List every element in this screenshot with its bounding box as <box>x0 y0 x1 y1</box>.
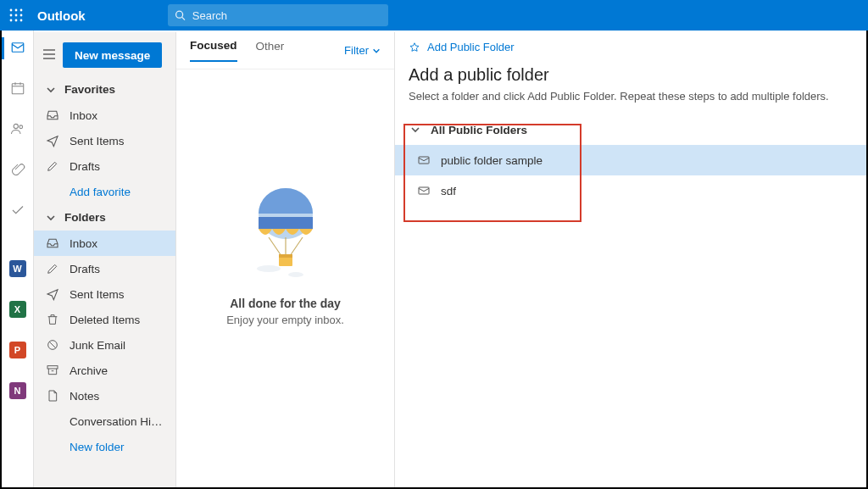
svg-line-22 <box>49 342 56 348</box>
message-list-pane: Focused Other Filter <box>176 32 395 487</box>
trash-icon <box>46 313 59 326</box>
svg-point-7 <box>15 19 18 22</box>
nav-label: Conversation Hist... <box>70 415 164 428</box>
fav-sent[interactable]: Sent Items <box>34 128 175 153</box>
rail-excel[interactable]: X <box>2 293 34 325</box>
nav-label: Inbox <box>70 109 97 122</box>
svg-point-5 <box>20 14 23 17</box>
mail-icon <box>417 184 431 197</box>
svg-point-1 <box>15 9 18 12</box>
message-tabs: Focused Other Filter <box>176 32 394 69</box>
tab-other[interactable]: Other <box>256 40 285 61</box>
tree-item-sdf[interactable]: sdf <box>395 175 866 206</box>
svg-point-8 <box>20 19 23 22</box>
svg-point-6 <box>10 19 13 22</box>
tree-root-label: All Public Folders <box>431 124 527 136</box>
brand-name: Outlook <box>32 8 168 23</box>
empty-headline: All done for the day <box>230 297 341 310</box>
calendar-icon <box>10 81 25 98</box>
search-box[interactable] <box>168 4 388 26</box>
folder-inbox[interactable]: Inbox <box>34 231 175 256</box>
note-icon <box>46 389 59 403</box>
svg-rect-11 <box>12 42 24 52</box>
favorites-section-toggle[interactable]: Favorites <box>34 76 175 103</box>
tree-item-label: public folder sample <box>441 154 542 167</box>
archive-icon <box>46 364 59 377</box>
star-outline-icon <box>409 42 420 53</box>
empty-state: All done for the day Enjoy your empty in… <box>176 69 394 487</box>
inbox-icon <box>46 236 59 250</box>
new-folder-link[interactable]: New folder <box>34 434 175 459</box>
inbox-icon <box>46 108 59 122</box>
folders-section-toggle[interactable]: Folders <box>34 204 175 231</box>
nav-label: Sent Items <box>70 288 125 301</box>
nav-label: Junk Email <box>70 339 125 352</box>
empty-subtext: Enjoy your empty inbox. <box>226 314 344 326</box>
rail-people[interactable] <box>2 114 34 146</box>
folder-archive[interactable]: Archive <box>34 358 175 383</box>
chevron-down-icon <box>410 125 420 135</box>
people-icon <box>10 121 25 139</box>
svg-point-4 <box>15 14 18 17</box>
tab-focused[interactable]: Focused <box>190 39 237 62</box>
rail-word[interactable]: W <box>2 253 34 285</box>
folder-drafts[interactable]: Drafts <box>34 256 175 281</box>
nav-label: Drafts <box>70 263 100 275</box>
folder-sent[interactable]: Sent Items <box>34 281 175 307</box>
word-icon: W <box>9 260 26 277</box>
balloon-illustration <box>243 180 328 281</box>
svg-rect-29 <box>279 254 292 258</box>
hamburger-icon[interactable] <box>42 47 56 64</box>
chevron-down-icon <box>46 85 56 95</box>
add-public-folder-link[interactable]: Add Public Folder <box>409 39 849 65</box>
rail-onenote[interactable]: N <box>2 375 34 407</box>
add-public-folder-panel: Add Public Folder Add a public folder Se… <box>395 32 866 487</box>
svg-rect-30 <box>419 157 429 164</box>
nav-label: Deleted Items <box>70 314 140 326</box>
check-icon <box>10 203 25 220</box>
nav-label: New folder <box>70 441 125 453</box>
sent-icon <box>46 134 59 147</box>
folder-notes[interactable]: Notes <box>34 383 175 408</box>
nav-label: Notes <box>70 390 99 403</box>
svg-point-2 <box>20 9 23 12</box>
folder-deleted[interactable]: Deleted Items <box>34 307 175 332</box>
svg-point-16 <box>14 124 18 128</box>
draft-icon <box>46 262 59 275</box>
nav-label: Add favorite <box>70 186 131 198</box>
svg-point-17 <box>19 125 22 128</box>
rail-files[interactable] <box>2 154 34 186</box>
svg-line-10 <box>182 17 185 19</box>
rail-mail[interactable] <box>2 32 34 64</box>
new-message-button[interactable]: New message <box>63 42 162 68</box>
svg-point-25 <box>257 265 281 272</box>
add-favorite-link[interactable]: Add favorite <box>34 179 175 204</box>
svg-point-0 <box>10 9 13 12</box>
svg-point-26 <box>288 272 303 277</box>
favorites-label: Favorites <box>64 83 115 96</box>
folder-conversation-history[interactable]: Conversation Hist... <box>34 408 175 434</box>
folders-label: Folders <box>64 211 106 224</box>
junk-icon <box>46 338 59 352</box>
fav-drafts[interactable]: Drafts <box>34 153 175 179</box>
svg-rect-31 <box>419 187 429 194</box>
folder-sidebar: New message Favorites Inbox Sent Items D… <box>34 32 176 487</box>
tree-item-label: sdf <box>441 185 456 197</box>
fav-inbox[interactable]: Inbox <box>34 103 175 128</box>
search-input[interactable] <box>192 9 381 22</box>
svg-point-3 <box>10 14 13 17</box>
excel-icon: X <box>9 301 26 318</box>
folder-junk[interactable]: Junk Email <box>34 332 175 358</box>
public-folder-tree: All Public Folders public folder sample … <box>395 114 866 206</box>
app-header: Outlook <box>0 0 868 31</box>
rail-todo[interactable] <box>2 195 34 227</box>
tree-item-public-folder-sample[interactable]: public folder sample <box>395 145 866 175</box>
app-launcher-icon[interactable] <box>0 0 32 31</box>
panel-instructions: Select a folder and click Add Public Fol… <box>409 90 849 103</box>
rail-powerpoint[interactable]: P <box>2 334 34 366</box>
tree-root[interactable]: All Public Folders <box>395 114 866 145</box>
svg-rect-27 <box>259 217 313 229</box>
filter-button[interactable]: Filter <box>344 44 381 57</box>
sent-icon <box>46 287 59 301</box>
rail-calendar[interactable] <box>2 73 34 105</box>
